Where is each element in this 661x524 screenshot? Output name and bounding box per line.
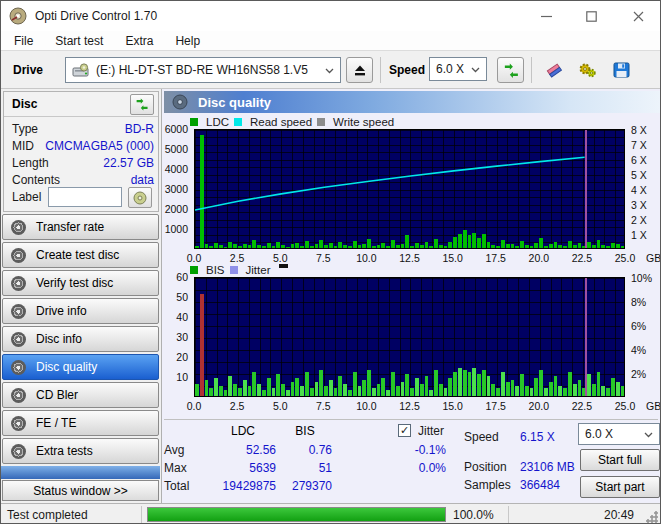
- bar: [200, 294, 204, 396]
- y-axis-tick: 30: [176, 331, 188, 343]
- disc-box-header: Disc: [4, 92, 158, 117]
- sidebar-item-label: Transfer rate: [36, 220, 104, 234]
- save-button[interactable]: [606, 57, 636, 83]
- eraser-icon: [545, 62, 563, 78]
- erase-disc-button[interactable]: [539, 57, 569, 83]
- sidebar-item-extra-tests[interactable]: Extra tests: [2, 438, 159, 464]
- floppy-save-icon: [613, 62, 630, 78]
- bar: [468, 372, 472, 396]
- status-window-button[interactable]: Status window >>: [2, 480, 159, 501]
- sidebar-item-fe-te[interactable]: FE / TE: [2, 410, 159, 436]
- legend-swatch: [190, 266, 198, 274]
- disc-refresh-button[interactable]: [130, 94, 154, 115]
- bar: [587, 374, 591, 396]
- chart-legend: BISJitter: [190, 263, 288, 277]
- stats-row-label: Avg: [164, 443, 184, 457]
- disc-info-box: Disc Type BD-R MID CMCMAGBA5 (000) Lengt…: [3, 91, 159, 212]
- disc-field-length: Length 22.57 GB: [12, 156, 154, 172]
- minimize-button[interactable]: [529, 1, 563, 31]
- right-axis-tick: 6 X: [631, 154, 647, 166]
- field-value: BD-R: [125, 122, 154, 136]
- right-axis-tick: 2 X: [631, 214, 647, 226]
- sidebar-item-cd-bler[interactable]: CD Bler: [2, 382, 159, 408]
- menu-item-extra[interactable]: Extra: [114, 32, 164, 50]
- panel-header: Disc quality: [164, 91, 660, 113]
- bar: [463, 370, 467, 396]
- sidebar-item-drive-info[interactable]: Drive info: [2, 298, 159, 324]
- cd-icon: [11, 220, 26, 235]
- panel-title: Disc quality: [198, 95, 271, 110]
- speed-select[interactable]: 6.0 X: [429, 57, 487, 81]
- y-axis-tick: 1000: [165, 223, 188, 235]
- start-full-button[interactable]: Start full: [580, 449, 660, 471]
- y-axis-tick: 40: [176, 311, 188, 323]
- x-axis: 0.02.55.07.510.012.515.017.520.022.525.0…: [194, 400, 661, 413]
- sidebar-item-create-test-disc[interactable]: Create test disc: [2, 242, 159, 268]
- legend-label: BIS: [206, 264, 225, 276]
- toolbar-separator: [531, 57, 532, 83]
- menu-item-help[interactable]: Help: [164, 32, 211, 50]
- cd-icon: [11, 360, 26, 375]
- bar: [329, 380, 333, 396]
- y-axis-tick: 4000: [165, 163, 188, 175]
- cd-icon: [11, 304, 26, 319]
- disc-label-input[interactable]: [48, 187, 122, 207]
- disc-label-button[interactable]: [128, 187, 152, 208]
- bar: [295, 378, 299, 396]
- start-part-button[interactable]: Start part: [580, 476, 660, 498]
- resize-grip-icon[interactable]: [646, 511, 658, 523]
- stats-total-bis: 279370: [280, 479, 332, 493]
- disc-field-type: Type BD-R: [12, 122, 154, 138]
- menu-item-start-test[interactable]: Start test: [44, 32, 114, 50]
- stats-row-label: Max: [164, 461, 187, 475]
- minimize-icon: [541, 11, 552, 22]
- x-axis-tick: 15.0: [442, 400, 462, 412]
- bar: [267, 378, 271, 396]
- bar: [534, 378, 538, 396]
- sidebar-item-label: Disc info: [36, 332, 82, 346]
- settings-button[interactable]: [572, 57, 602, 83]
- refresh-button[interactable]: [497, 57, 524, 83]
- quality-speed-select[interactable]: 6.0 X: [578, 423, 660, 445]
- bar: [224, 390, 228, 396]
- stats-avg-ldc: 52.56: [204, 443, 276, 457]
- sidebar-item-label: Disc quality: [36, 360, 97, 374]
- bar: [248, 386, 252, 396]
- close-button[interactable]: [621, 1, 655, 31]
- jitter-checkbox[interactable]: ✓: [398, 424, 411, 437]
- bar: [358, 386, 362, 396]
- y-axis-tick: 50: [176, 291, 188, 303]
- field-value[interactable]: data: [131, 173, 154, 187]
- clock-text: 20:49: [604, 508, 634, 522]
- x-axis-tick: 12.5: [399, 400, 419, 412]
- menu-item-file[interactable]: File: [3, 32, 44, 50]
- stats-separator: [164, 419, 658, 420]
- cd-icon: [11, 248, 26, 263]
- bar: [515, 386, 519, 396]
- sidebar: Transfer rateCreate test discVerify test…: [2, 214, 160, 466]
- bar: [597, 372, 601, 396]
- bar-series: [195, 278, 624, 396]
- sidebar-item-disc-info[interactable]: Disc info: [2, 326, 159, 352]
- bar: [319, 370, 323, 396]
- position-marker-line: [585, 130, 587, 249]
- sidebar-item-transfer-rate[interactable]: Transfer rate: [2, 214, 159, 240]
- bar: [276, 374, 280, 396]
- maximize-button[interactable]: [574, 1, 608, 31]
- bar: [252, 372, 256, 396]
- progress-percent: 100.0%: [453, 508, 494, 522]
- sidebar-item-verify-test-disc[interactable]: Verify test disc: [2, 270, 159, 296]
- legend-label: Read speed: [250, 116, 312, 128]
- left-panel: Disc Type BD-R MID CMCMAGBA5 (000) Lengt…: [1, 89, 162, 503]
- bar: [272, 388, 276, 396]
- bar: [525, 386, 529, 396]
- bar: [530, 388, 534, 396]
- drive-select[interactable]: (E:) HL-DT-ST BD-RE WH16NS58 1.V5: [65, 57, 341, 83]
- bar: [386, 390, 390, 396]
- legend-label: LDC: [206, 116, 229, 128]
- bar: [487, 376, 491, 396]
- eject-button[interactable]: [346, 57, 373, 83]
- y-axis-tick: 2000: [165, 203, 188, 215]
- sidebar-item-disc-quality[interactable]: Disc quality: [2, 354, 159, 380]
- speed-select-value: 6.0 X: [436, 62, 464, 76]
